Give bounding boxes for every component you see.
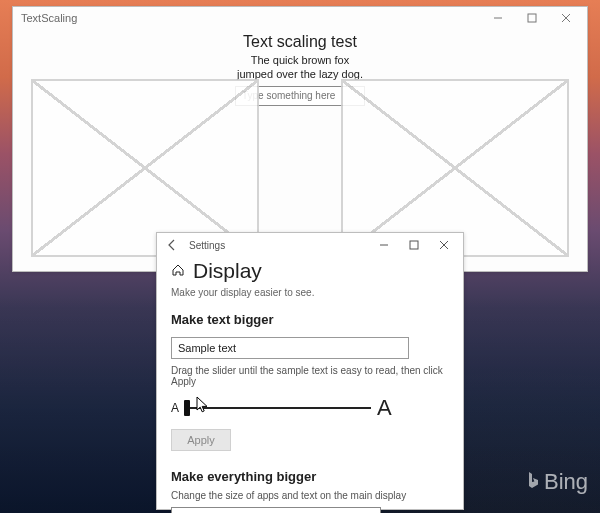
svg-rect-5 [410,241,418,249]
section2-hint: Change the size of apps and text on the … [171,490,449,501]
text-size-slider[interactable] [185,400,371,416]
section-make-text-bigger: Make text bigger [171,312,449,327]
close-button[interactable] [429,234,459,256]
window-title: Settings [189,240,225,251]
maximize-button[interactable] [515,7,549,29]
minimize-button[interactable] [481,7,515,29]
slider-label-large: A [377,397,392,419]
slider-label-small: A [171,401,179,415]
image-placeholder-right [341,79,569,257]
close-button[interactable] [549,7,583,29]
home-icon[interactable] [171,263,185,279]
slider-thumb[interactable] [184,400,190,416]
svg-rect-1 [528,14,536,22]
slider-hint: Drag the slider until the sample text is… [171,365,449,387]
apply-button[interactable]: Apply [171,429,231,451]
bing-watermark: Bing [526,469,588,495]
section-make-everything-bigger: Make everything bigger [171,469,449,484]
window-title: TextScaling [21,12,77,24]
page-subtitle: Make your display easier to see. [171,287,449,298]
sample-text-field[interactable] [171,337,409,359]
settings-window: Settings Display Make your display easie… [156,232,464,510]
titlebar: Settings [157,233,463,257]
titlebar: TextScaling [13,7,587,29]
app-heading: Text scaling test [243,33,357,51]
minimize-button[interactable] [369,234,399,256]
sample-text: The quick brown fox jumped over the lazy… [237,53,363,82]
back-button[interactable] [163,236,181,254]
scale-dropdown[interactable]: 200% (Recommended) [171,507,381,513]
image-placeholder-left [31,79,259,257]
maximize-button[interactable] [399,234,429,256]
page-title: Display [193,259,262,283]
